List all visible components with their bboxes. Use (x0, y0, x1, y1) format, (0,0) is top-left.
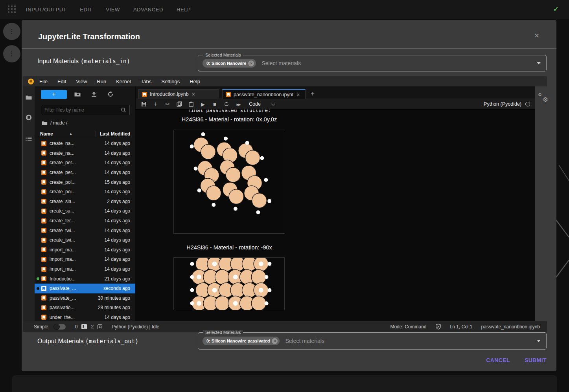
file-row[interactable]: create_poi...14 days ago (35, 187, 135, 197)
restart-run-all-button[interactable]: ▸▸ (232, 99, 244, 109)
material-chip[interactable]: 0: Silicon Nanowire × (203, 59, 256, 68)
transformation-settings-button[interactable]: ⚙ ⚙ (538, 93, 548, 103)
file-modified: 14 days ago (105, 256, 130, 262)
jupyter-menu-item-tabs[interactable]: Tabs (141, 79, 151, 84)
jupyter-activity-bar (23, 86, 35, 321)
jupyter-menu-item-view[interactable]: View (76, 79, 87, 84)
submit-button[interactable]: SUBMIT (525, 357, 547, 363)
new-folder-icon[interactable] (74, 91, 81, 98)
file-row[interactable]: create_twi...14 days ago (35, 225, 135, 235)
jupyter-menu-item-edit[interactable]: Edit (57, 79, 66, 84)
tab-close-icon[interactable]: × (296, 92, 300, 98)
simple-mode-toggle[interactable] (54, 324, 66, 330)
file-name: create_per... (50, 160, 76, 165)
file-row[interactable]: under_the...14 days ago (35, 313, 135, 321)
kernel-status-text[interactable]: Python (Pyodide) | Idle (112, 324, 159, 330)
paste-cell-button[interactable] (185, 99, 197, 109)
file-name: passivate_... (50, 286, 76, 291)
selected-materials-legend: Selected Materials (203, 53, 243, 57)
file-row[interactable]: create_na...14 days ago (35, 139, 135, 148)
add-cell-button[interactable]: + (150, 99, 162, 109)
tab-close-icon[interactable]: × (192, 91, 195, 97)
file-row[interactable]: passivate_...30 minutes ago (35, 293, 135, 303)
running-dot-icon (37, 277, 39, 280)
file-row[interactable]: create_per...14 days ago (35, 168, 135, 178)
add-tab-icon[interactable]: + (311, 90, 315, 98)
file-modified: 14 days ago (105, 189, 130, 194)
table-of-contents-icon[interactable] (25, 135, 32, 142)
file-modified: 14 days ago (105, 218, 130, 223)
cell-type-dropdown[interactable]: Code (249, 101, 274, 107)
material-chip[interactable]: 0: Silicon Nanowire passivated × (203, 337, 280, 345)
structure-heading-1: H24Si36 - Material - rotation: 0x,0y,0z (158, 116, 301, 123)
upload-icon[interactable] (90, 91, 98, 98)
file-row[interactable]: create_su...14 days ago (35, 206, 135, 216)
close-icon: × (534, 31, 540, 41)
column-header-modified[interactable]: Last Modified (96, 131, 130, 137)
breadcrumb[interactable]: / made / (42, 120, 67, 126)
file-row[interactable]: create_per...14 days ago (35, 158, 135, 168)
running-kernels-icon[interactable] (25, 114, 32, 121)
jupyter-menu-item-settings[interactable]: Settings (161, 79, 180, 84)
app-menu-item-input-output[interactable]: INPUT/OUTPUT (26, 7, 66, 13)
file-row[interactable]: create_poi...15 days ago (35, 177, 135, 187)
app-menu-item-edit[interactable]: EDIT (80, 7, 92, 13)
tab-label: passivate_nanoribbon.ipynb (234, 92, 293, 97)
filter-files-input[interactable] (44, 107, 121, 113)
tab-introduction[interactable]: Introduction.ipynb × (138, 89, 219, 99)
file-name: create_poi... (50, 189, 75, 194)
file-row[interactable]: Introductio...21 days ago (35, 274, 135, 284)
column-header-name[interactable]: Name (40, 131, 53, 137)
run-cell-button[interactable]: ▶ (197, 99, 209, 109)
file-row[interactable]: import_ma...14 days ago (35, 255, 135, 264)
divider (22, 48, 556, 49)
dialog-close-button[interactable]: × (531, 30, 542, 41)
copy-cell-button[interactable] (173, 99, 185, 109)
output-materials-select[interactable]: Selected Materials 0: Silicon Nanowire p… (198, 332, 547, 350)
jupyter-menu-item-file[interactable]: File (39, 79, 48, 84)
file-row[interactable]: create_sla...2 days ago (35, 197, 135, 207)
jupyter-menu-item-help[interactable]: Help (190, 79, 200, 84)
background-panel (12, 375, 557, 392)
refresh-icon[interactable] (107, 91, 114, 98)
notebook-file-icon (41, 305, 46, 310)
file-row[interactable]: create_twi...14 days ago (35, 235, 135, 245)
app-menu-item-help[interactable]: HELP (177, 7, 191, 13)
chip-delete-icon[interactable]: × (248, 60, 254, 66)
jupyter-menu-item-run[interactable]: Run (97, 79, 106, 84)
cancel-button[interactable]: CANCEL (486, 357, 510, 363)
output-text-line: final passivated structure: (173, 110, 285, 113)
app-menu-item-view[interactable]: VIEW (106, 7, 120, 13)
new-launcher-button[interactable]: + (41, 90, 67, 99)
trust-shield-icon[interactable] (435, 324, 441, 330)
file-row[interactable]: import_ma...14 days ago (35, 245, 135, 255)
cut-cell-button[interactable]: ✂ (162, 99, 173, 109)
file-name: create_ter... (50, 218, 74, 223)
jupyter-menu-item-kernel[interactable]: Kernel (116, 79, 131, 84)
file-name: create_poi... (50, 180, 75, 185)
app-menu-item-advanced[interactable]: ADVANCED (133, 7, 163, 13)
save-button[interactable] (138, 99, 150, 109)
tab-passivate-nanoribbon[interactable]: passivate_nanoribbon.ipynb × (222, 89, 306, 99)
file-row[interactable]: passivate_...seconds ago (35, 284, 135, 293)
file-row[interactable]: passivatio...28 minutes ago (35, 303, 135, 313)
file-browser-icon[interactable] (25, 94, 32, 101)
file-row[interactable]: create_ter...14 days ago (35, 216, 135, 226)
dropdown-caret-icon (537, 340, 541, 342)
notebook-output-area: final passivated structure: H24Si36 - Ma… (136, 110, 535, 321)
restart-kernel-button[interactable] (221, 99, 232, 109)
app-logo-icon (8, 5, 17, 13)
saved-check-icon: ✓ (553, 5, 559, 13)
chip-delete-icon[interactable]: × (272, 338, 278, 344)
file-name: Introductio... (50, 276, 75, 282)
jupyterlite-transformation-dialog: JupyterLite Transformation × Input Mater… (22, 20, 556, 371)
input-materials-select[interactable]: Selected Materials 0: Silicon Nanowire ×… (198, 55, 547, 71)
file-row[interactable]: import_ma...14 days ago (35, 264, 135, 274)
file-modified: 30 minutes ago (98, 295, 130, 301)
notebook-file-icon (41, 141, 46, 146)
stop-kernel-button[interactable]: ■ (209, 99, 221, 109)
kernel-name[interactable]: Python (Pyodide) (484, 101, 521, 107)
file-name: passivatio... (50, 305, 74, 310)
notebook-file-icon (41, 228, 46, 233)
file-row[interactable]: create_na...14 days ago (35, 148, 135, 158)
